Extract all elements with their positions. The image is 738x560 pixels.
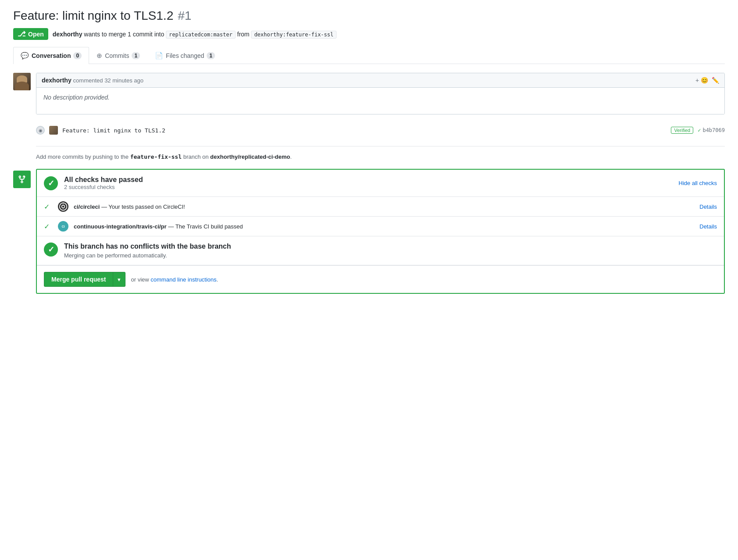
- no-conflicts-section: ✓ This branch has no conflicts with the …: [37, 236, 724, 265]
- comment-box: dexhorthy commented 32 minutes ago + 😊 ✏…: [36, 73, 725, 114]
- edit-comment-icon[interactable]: ✏️: [712, 77, 719, 84]
- circleci-check-sep: —: [101, 203, 108, 210]
- push-note-repo[interactable]: dexhorthy/replicated-ci-demo: [210, 153, 290, 160]
- add-reaction-icon[interactable]: + 😊: [695, 77, 708, 84]
- tab-files-count: 1: [207, 52, 215, 59]
- commit-reference: ◉ Feature: limit nginx to TLS1.2 Verifie…: [36, 121, 725, 139]
- merge-or-view: or view: [131, 276, 149, 283]
- travis-check-desc: The Travis CI build passed: [176, 223, 243, 230]
- travis-check-name: continuous-integration/travis-ci/pr: [74, 223, 167, 230]
- comment-text: No description provided.: [43, 94, 110, 101]
- pr-status-badge: ⎇ Open: [13, 28, 48, 40]
- svg-point-2: [63, 203, 64, 204]
- svg-text:CI: CI: [62, 225, 65, 228]
- check-row-circleci: ✓ ci/circleci — Your tests passed on Cir…: [37, 197, 724, 216]
- circleci-details-link[interactable]: Details: [699, 203, 717, 210]
- svg-point-0: [62, 205, 65, 208]
- circleci-check-text: ci/circleci — Your tests passed on Circl…: [74, 203, 694, 210]
- circleci-check-name: ci/circleci: [74, 203, 100, 210]
- pr-number: #1: [178, 9, 191, 23]
- merge-icon: ⎇: [18, 30, 25, 38]
- circleci-logo: [58, 201, 68, 212]
- checks-wrapper: ✓ All checks have passed 2 successful ch…: [13, 169, 725, 294]
- commit-check-icon: ✓: [698, 127, 701, 133]
- tab-conversation-count: 0: [73, 52, 82, 59]
- merge-dropdown-button[interactable]: ▾: [113, 272, 125, 287]
- checks-subtitle: 2 successful checks: [64, 184, 673, 190]
- comment-header: dexhorthy commented 32 minutes ago + 😊 ✏…: [36, 73, 724, 88]
- checks-icon-col: [13, 169, 36, 294]
- pr-meta-author: dexhorthy wants to merge 1 commit into r…: [53, 31, 337, 38]
- merge-btn-group: Merge pull request ▾: [44, 272, 125, 287]
- no-conflicts-subtitle: Merging can be performed automatically.: [64, 252, 231, 259]
- pr-author: dexhorthy: [53, 31, 82, 38]
- tab-commits-label: Commits: [105, 52, 129, 59]
- tab-conversation[interactable]: 💬 Conversation 0: [13, 47, 89, 64]
- tab-files-label: Files changed: [166, 52, 204, 59]
- pr-base-branch[interactable]: replicatedcom:master: [166, 31, 236, 39]
- tabs-container: 💬 Conversation 0 ⊕ Commits 1 📄 Files cha…: [13, 47, 725, 64]
- merge-branch-icon: [13, 171, 31, 188]
- no-conflicts-text-area: This branch has no conflicts with the ba…: [64, 243, 231, 259]
- pr-title-text: Feature: limit nginx to TLS1.2: [13, 9, 173, 23]
- no-conflicts-icon: ✓: [44, 243, 58, 257]
- comment-actions: + 😊 ✏️: [695, 77, 719, 84]
- hide-all-checks-link[interactable]: Hide all checks: [679, 180, 717, 186]
- no-conflicts-title: This branch has no conflicts with the ba…: [64, 243, 231, 250]
- commit-message[interactable]: Feature: limit nginx to TLS1.2: [62, 127, 666, 134]
- commit-sha: ✓ b4b7069: [698, 127, 725, 133]
- comment-author[interactable]: dexhorthy: [42, 77, 72, 84]
- push-note: Add more commits by pushing to the featu…: [36, 153, 725, 160]
- checks-header: ✓ All checks have passed 2 successful ch…: [37, 170, 724, 196]
- tab-conversation-label: Conversation: [32, 52, 71, 59]
- commits-icon: ⊕: [97, 52, 102, 60]
- check-row-travis: ✓ CI continuous-integration/travis-ci/pr…: [37, 217, 724, 236]
- travis-check-icon: ✓: [44, 222, 53, 231]
- pr-from-text: from: [237, 31, 250, 38]
- travis-check-sep: —: [168, 223, 175, 230]
- merge-section: Merge pull request ▾ or view command lin…: [37, 265, 724, 293]
- travis-check-text: continuous-integration/travis-ci/pr — Th…: [74, 223, 694, 230]
- svg-point-1: [60, 203, 67, 210]
- comment-time: 32 minutes ago: [104, 77, 143, 84]
- comment-body: No description provided.: [36, 88, 724, 114]
- comment-block: dexhorthy commented 32 minutes ago + 😊 ✏…: [13, 73, 725, 114]
- verified-badge: Verified: [671, 127, 693, 134]
- push-note-middle: branch on: [183, 153, 209, 160]
- push-note-branch: feature-fix-ssl: [130, 153, 182, 160]
- all-checks-icon: ✓: [44, 176, 58, 190]
- avatar: [13, 73, 31, 90]
- command-line-instructions-link[interactable]: command line instructions: [150, 276, 216, 283]
- merge-dropdown-icon: ▾: [118, 276, 121, 283]
- conversation-icon: 💬: [21, 52, 29, 60]
- checks-content: ✓ All checks have passed 2 successful ch…: [36, 169, 725, 294]
- commit-avatar: [49, 126, 58, 135]
- avatar-image: [13, 73, 31, 90]
- commit-sha-text[interactable]: b4b7069: [702, 127, 725, 133]
- tab-commits[interactable]: ⊕ Commits 1: [89, 47, 147, 64]
- checks-title: All checks have passed: [64, 176, 673, 184]
- comment-action: commented: [73, 77, 105, 84]
- files-icon: 📄: [155, 52, 163, 60]
- comment-meta: dexhorthy commented 32 minutes ago: [42, 77, 143, 84]
- pr-action: wants to merge 1 commit into: [84, 31, 164, 38]
- push-note-prefix: Add more commits by pushing to the: [36, 153, 129, 160]
- pr-meta: ⎇ Open dexhorthy wants to merge 1 commit…: [13, 28, 725, 40]
- pr-status-text: Open: [28, 31, 44, 38]
- pr-title: Feature: limit nginx to TLS1.2 #1: [13, 9, 725, 23]
- circleci-check-desc: Your tests passed on CircleCI!: [108, 203, 185, 210]
- push-note-suffix: .: [290, 153, 292, 160]
- tab-files-changed[interactable]: 📄 Files changed 1: [147, 47, 222, 64]
- circleci-check-icon: ✓: [44, 203, 53, 211]
- tab-commits-count: 1: [132, 52, 140, 59]
- merge-period: .: [217, 276, 219, 283]
- travis-logo: CI: [58, 221, 68, 232]
- merge-or-text: or view command line instructions.: [131, 276, 218, 283]
- checks-title-area: All checks have passed 2 successful chec…: [64, 176, 673, 190]
- travis-details-link[interactable]: Details: [699, 223, 717, 230]
- merge-pull-request-button[interactable]: Merge pull request: [44, 272, 113, 287]
- commit-dot-icon: ◉: [36, 126, 45, 135]
- pr-head-branch[interactable]: dexhorthy:feature-fix-ssl: [251, 31, 337, 39]
